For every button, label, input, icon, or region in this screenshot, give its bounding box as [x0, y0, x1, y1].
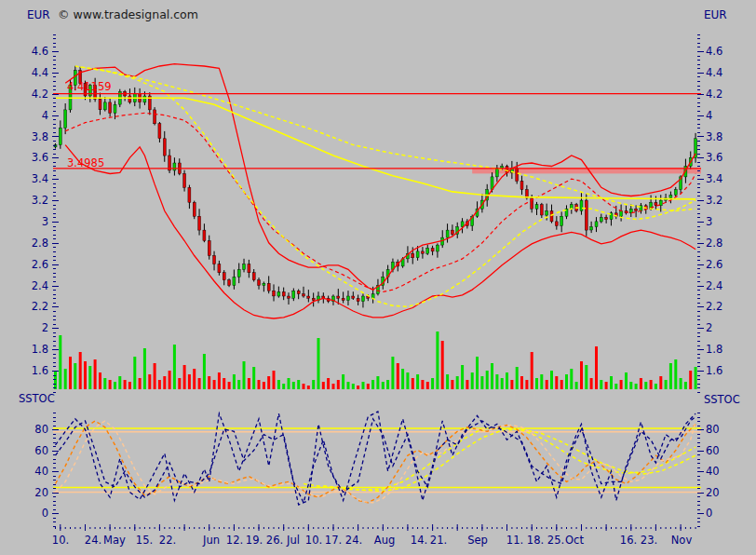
axis-tick: [53, 459, 56, 460]
axis-tick: [53, 476, 56, 477]
volume-bar: [491, 363, 493, 389]
date-minor-tick: [511, 527, 512, 529]
candle-body: [550, 211, 553, 222]
axis-tick: [697, 73, 704, 74]
x-axis-date-label: 18.: [527, 534, 544, 547]
axis-tick: [53, 111, 56, 112]
axis-tick: [53, 509, 56, 510]
price-tick-label-right: 1.8: [706, 343, 722, 356]
date-minor-tick: [521, 527, 522, 529]
date-minor-tick: [547, 527, 547, 529]
axis-tick: [53, 47, 56, 47]
date-major-tick: [283, 524, 284, 531]
volume-bar: [114, 382, 116, 389]
axis-tick: [697, 496, 700, 497]
date-minor-tick: [462, 527, 463, 529]
date-major-tick: [481, 524, 482, 531]
axis-tick: [53, 192, 56, 193]
volume-bar: [441, 341, 444, 389]
axis-tick: [697, 56, 700, 57]
volume-bar: [610, 376, 613, 389]
axis-tick: [697, 319, 700, 320]
price-tick-label-left: 3.2: [32, 194, 48, 207]
volume-bar: [614, 384, 617, 389]
volume-bar: [590, 378, 593, 389]
axis-tick: [53, 324, 56, 325]
date-minor-tick: [363, 527, 364, 529]
axis-tick: [697, 417, 700, 418]
price-tick-label-left: 2: [42, 321, 48, 334]
candle-body: [297, 291, 300, 293]
axis-labels: 4.64.64.44.44.24.2443.83.83.63.63.43.43.…: [32, 45, 723, 547]
axis-tick: [697, 505, 700, 506]
sstoc-tick-label-right: 20: [706, 486, 720, 499]
volume-bar: [655, 384, 657, 389]
price-tick-label-right: 4.6: [706, 45, 722, 58]
volume-bar: [148, 374, 151, 389]
volume-bar: [406, 372, 409, 389]
date-minor-tick: [551, 527, 552, 529]
axis-tick: [697, 89, 700, 90]
volume-bar: [466, 380, 468, 389]
axis-tick: [697, 175, 700, 176]
axis-tick: [52, 286, 59, 287]
price-tick-label-left: 3: [42, 215, 48, 228]
candle-body: [154, 110, 156, 124]
axis-tick: [697, 509, 700, 510]
candle-body: [218, 264, 221, 273]
axis-tick: [697, 64, 700, 65]
axis-tick: [52, 200, 59, 201]
axis-tick: [697, 459, 700, 460]
candle-body: [590, 227, 593, 230]
axis-tick: [53, 341, 56, 342]
sstoc-tick-label-right: 80: [706, 423, 720, 436]
volume-bar: [303, 384, 305, 389]
date-major-tick: [681, 524, 682, 531]
axis-tick: [53, 238, 56, 239]
volume-bar: [376, 376, 379, 389]
candle-body: [143, 96, 146, 102]
axis-tick: [697, 488, 700, 489]
volume-bar: [525, 380, 528, 389]
axis-tick: [53, 102, 56, 103]
axis-tick: [53, 501, 56, 502]
volume-bar: [659, 376, 662, 389]
candle-body: [288, 296, 290, 298]
candle-body: [223, 273, 225, 280]
date-minor-tick: [645, 527, 646, 529]
volume-bar: [317, 338, 320, 389]
date-major-tick: [630, 524, 631, 531]
candle-body: [158, 124, 161, 139]
date-minor-tick: [372, 527, 373, 529]
axis-tick: [697, 298, 700, 299]
axis-tick: [53, 183, 56, 184]
price-tick-label-right: 3.4: [706, 172, 722, 185]
axis-tick: [697, 366, 700, 367]
date-minor-tick: [328, 527, 329, 529]
date-minor-tick: [189, 527, 190, 529]
price-tick-label-right: 3.6: [706, 151, 722, 164]
axis-tick: [697, 281, 700, 282]
volume-bar: [625, 372, 628, 389]
date-minor-tick: [115, 527, 115, 529]
volume-bar: [684, 382, 687, 389]
axis-tick: [697, 426, 700, 426]
axis-tick: [697, 179, 704, 180]
axis-tick: [53, 38, 56, 39]
candle-body: [193, 202, 196, 216]
volume-bar: [282, 384, 285, 389]
volume-bar: [84, 361, 87, 389]
candle-body: [635, 209, 638, 210]
axis-tick: [697, 290, 700, 291]
candle-body: [446, 230, 449, 237]
date-minor-tick: [417, 527, 418, 529]
x-axis-date-label: Sep: [467, 534, 488, 547]
volume-bar: [213, 380, 216, 389]
date-minor-tick: [323, 527, 324, 529]
volume-bar: [193, 369, 196, 389]
axis-tick: [697, 162, 700, 163]
date-minor-tick: [427, 527, 428, 529]
price-tick-label-left: 4.2: [32, 88, 48, 101]
axis-tick: [697, 157, 704, 158]
axis-tick: [53, 438, 56, 439]
